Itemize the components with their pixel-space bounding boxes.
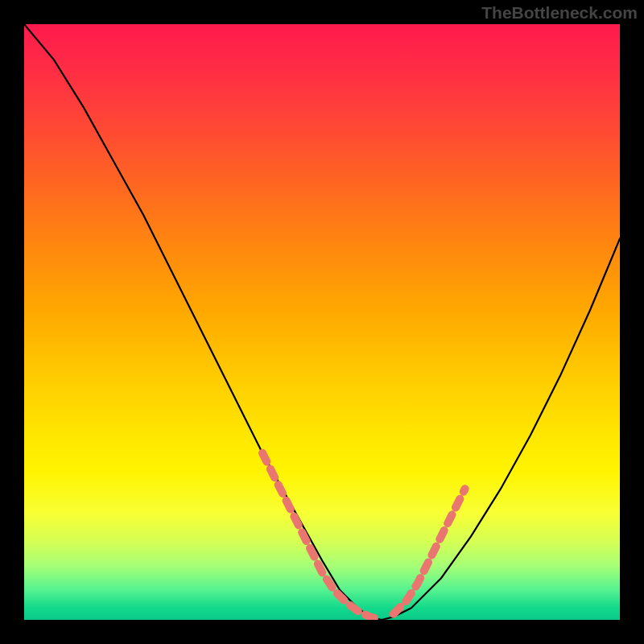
chart-frame: TheBottleneck.com — [0, 0, 644, 644]
highlight-lower-right — [394, 489, 465, 613]
curve-svg — [24, 24, 620, 620]
highlight-lower-left — [262, 453, 382, 620]
plot-area — [24, 24, 620, 620]
bottleneck-curve — [24, 24, 620, 620]
attribution-watermark: TheBottleneck.com — [481, 3, 638, 23]
